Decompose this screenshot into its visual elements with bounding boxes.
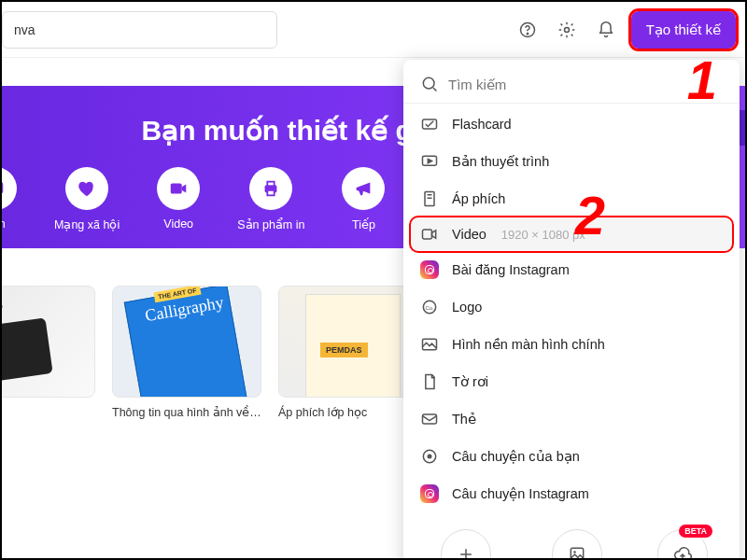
category-video[interactable]: Video — [157, 167, 200, 231]
create-design-button[interactable]: Tạo thiết kế — [631, 11, 736, 49]
dd-item-flashcard[interactable]: Flashcard — [403, 105, 740, 143]
instagram-icon — [420, 484, 439, 503]
svg-rect-7 — [268, 190, 275, 196]
category-social[interactable]: Mạng xã hội — [54, 167, 120, 231]
flashcard-icon — [420, 115, 439, 133]
search-icon — [420, 75, 439, 93]
template-card[interactable] — [0, 286, 95, 419]
custom-size-button[interactable]: Cỡ tùy chỉnh — [432, 529, 500, 560]
dd-item-label: Câu chuyện của bạn — [452, 449, 580, 464]
video-icon — [420, 225, 439, 244]
card-thumbnail — [0, 286, 95, 398]
dd-item-label: Áp phích — [452, 191, 505, 206]
category-label: Mạng xã hội — [54, 217, 120, 231]
story-icon — [420, 447, 439, 466]
template-card[interactable]: THE ART OF Calligraphy Thông tin qua hìn… — [112, 286, 261, 419]
dd-item-label: Flashcard — [452, 117, 512, 132]
poster-icon — [420, 189, 439, 208]
svg-rect-4 — [171, 184, 182, 194]
bell-icon[interactable] — [592, 16, 620, 44]
dd-item-instagram-story[interactable]: Câu chuyện Instagram — [403, 475, 740, 512]
logo-icon: Co. — [420, 298, 439, 316]
topbar: Tạo thiết kế — [2, 2, 745, 58]
envelope-icon — [420, 410, 439, 428]
svg-point-20 — [573, 551, 576, 553]
import-pdf-button[interactable]: BETA Nhập PDF — [655, 529, 710, 560]
category-marketing[interactable]: Tiếp — [342, 167, 385, 231]
instagram-icon — [420, 260, 439, 279]
category-label: rình — [0, 217, 6, 231]
svg-point-18 — [428, 455, 432, 459]
dd-item-dimensions: 1920 × 1080 px — [501, 228, 585, 242]
dd-item-label: Video — [452, 227, 486, 242]
dd-item-card[interactable]: Thẻ — [403, 400, 740, 438]
dd-item-poster[interactable]: Áp phích — [403, 180, 740, 217]
dd-item-story[interactable]: Câu chuyện của bạn — [403, 438, 740, 475]
wallpaper-icon — [420, 335, 439, 354]
create-design-dropdown: Flashcard Bản thuyết trình Áp phích Vide… — [403, 60, 740, 560]
dd-item-label: Câu chuyện Instagram — [452, 486, 589, 501]
dropdown-bottom-actions: Cỡ tùy chỉnh Sửa ảnh BETA Nhập PDF — [403, 512, 740, 560]
svg-rect-19 — [571, 548, 583, 560]
dropdown-search-input[interactable] — [448, 77, 723, 92]
svg-rect-3 — [0, 183, 2, 193]
annotation-1: 1 — [687, 49, 717, 111]
upload-cloud-icon — [673, 545, 692, 560]
category-print[interactable]: Sản phẩm in — [237, 167, 304, 231]
svg-point-8 — [423, 77, 434, 89]
dd-item-video[interactable]: Video 1920 × 1080 px — [411, 217, 732, 251]
edit-photo-button[interactable]: Sửa ảnh — [552, 529, 602, 560]
gear-icon[interactable] — [553, 16, 581, 44]
dd-item-instagram-post[interactable]: Bài đăng Instagram — [403, 251, 740, 288]
dd-item-presentation[interactable]: Bản thuyết trình — [403, 143, 740, 180]
category-label: Video — [163, 217, 193, 231]
svg-rect-16 — [423, 414, 437, 424]
category-presentation[interactable]: rình — [0, 167, 17, 231]
card-title: Thông tin qua hình ảnh về ... — [112, 405, 261, 419]
category-label: Sản phẩm in — [237, 217, 304, 231]
annotation-2: 2 — [575, 184, 605, 246]
presentation-icon — [420, 152, 439, 171]
dd-item-label: Thẻ — [452, 412, 476, 427]
dd-item-label: Hình nền màn hình chính — [452, 337, 605, 352]
plus-icon — [457, 545, 475, 560]
dd-item-label: Tờ rơi — [452, 374, 488, 389]
dd-item-label: Logo — [452, 300, 482, 315]
svg-rect-6 — [268, 182, 275, 187]
svg-rect-11 — [425, 192, 434, 206]
image-icon — [568, 545, 586, 560]
card-thumbnail: THE ART OF Calligraphy — [112, 286, 261, 398]
category-label: Tiếp — [352, 217, 375, 231]
dd-item-wallpaper[interactable]: Hình nền màn hình chính — [403, 326, 740, 363]
dd-item-label: Bản thuyết trình — [452, 154, 549, 169]
dd-item-flyer[interactable]: Tờ rơi — [403, 363, 740, 400]
help-icon[interactable] — [514, 16, 542, 44]
svg-point-1 — [527, 33, 528, 34]
svg-point-2 — [564, 27, 569, 32]
flyer-icon — [420, 372, 439, 391]
search-wrap — [2, 11, 502, 49]
beta-badge: BETA — [679, 525, 712, 538]
dd-item-logo[interactable]: Co. Logo — [403, 288, 740, 326]
svg-text:Co.: Co. — [425, 305, 433, 311]
global-search-input[interactable] — [2, 11, 277, 49]
svg-rect-12 — [423, 230, 432, 239]
dd-item-label: Bài đăng Instagram — [452, 262, 570, 277]
